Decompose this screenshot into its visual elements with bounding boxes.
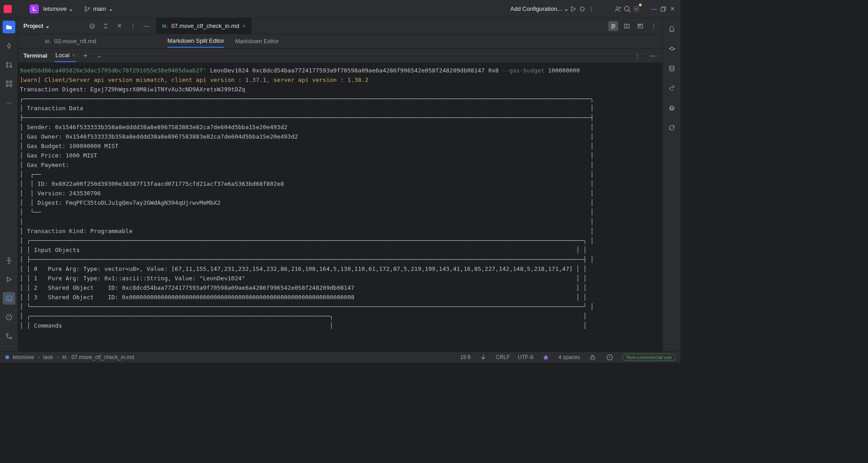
structure-tool-button[interactable] (3, 77, 15, 90)
svg-rect-12 (6, 81, 8, 83)
panel-options-icon[interactable]: ⋮ (128, 22, 137, 31)
line-separator[interactable]: CRLF (496, 354, 510, 360)
terminal-title: Terminal (23, 52, 47, 59)
copilot-icon[interactable] (541, 353, 550, 362)
svg-rect-15 (10, 85, 12, 86)
svg-point-0 (85, 6, 87, 8)
project-tool-button[interactable] (3, 21, 15, 33)
close-session-icon[interactable]: × (72, 52, 75, 58)
hide-panel-icon[interactable]: — (142, 22, 151, 31)
editor-tab-label: 07.move_ctf_check_in.md (171, 22, 239, 29)
search-icon[interactable] (623, 4, 632, 13)
more-tools-button[interactable]: ⋯ (3, 96, 15, 109)
commit-tool-button[interactable] (3, 40, 15, 52)
title-bar: L letsmove ⌄ main ⌄ Add Configuration...… (0, 0, 680, 18)
breadcrumb-folder[interactable]: task (43, 354, 53, 360)
collapse-all-icon[interactable]: ✕ (115, 22, 124, 31)
svg-rect-27 (591, 357, 594, 360)
project-tree-item[interactable]: M↓ 03.move_nft.md (18, 34, 157, 48)
indent-setting[interactable]: 4 spaces (558, 354, 580, 360)
svg-point-11 (10, 66, 12, 67)
close-tab-icon[interactable]: × (242, 22, 246, 30)
project-tree-file-label: 03.move_nft.md (54, 38, 96, 45)
problems-button[interactable] (3, 311, 15, 324)
preview-view-button[interactable] (635, 21, 645, 31)
svg-point-5 (625, 6, 629, 11)
run-button[interactable] (569, 4, 578, 13)
terminal-tool-button[interactable] (3, 292, 15, 305)
database-button[interactable] (666, 62, 678, 75)
svg-rect-7 (661, 8, 665, 11)
svg-point-1 (85, 9, 87, 11)
svg-rect-13 (10, 81, 12, 83)
collaborate-icon[interactable] (614, 4, 623, 13)
new-session-button[interactable]: + (83, 52, 87, 60)
svg-point-3 (580, 7, 584, 11)
chevron-down-icon: ⌄ (45, 22, 50, 29)
project-panel-header: Project ⌄ ✕ ⋮ — (18, 18, 156, 34)
project-selector[interactable]: letsmove ⌄ (43, 5, 73, 12)
split-view-button[interactable] (622, 21, 632, 31)
terminal-options-icon[interactable]: ⋮ (633, 51, 642, 60)
svg-point-8 (8, 45, 10, 47)
rust-button[interactable] (666, 102, 678, 114)
project-avatar: L (30, 4, 39, 13)
main-menu-icon[interactable] (16, 4, 25, 13)
breadcrumb-separator-icon: › (38, 354, 40, 360)
pull-requests-button[interactable] (3, 58, 15, 71)
line-ending-icon[interactable] (479, 353, 488, 362)
more-actions-icon[interactable]: ⋮ (587, 4, 596, 13)
svg-rect-26 (5, 355, 9, 359)
breadcrumb-file[interactable]: M↓ 07.move_ctf_check_in.md (62, 354, 134, 360)
project-panel-title[interactable]: Project ⌄ (23, 22, 50, 29)
markdown-file-icon: M↓ (45, 39, 52, 44)
caret-position[interactable]: 19:9 (460, 354, 470, 360)
terminal-panel-header: Terminal Local × + ⌄ ⋮ — (18, 49, 662, 63)
minimize-icon[interactable]: — (650, 4, 659, 13)
branch-selector[interactable]: main ⌄ (84, 5, 113, 12)
close-icon[interactable]: ✕ (668, 4, 677, 13)
status-bar: letsmove › task › M↓ 07.move_ctf_check_i… (0, 351, 680, 363)
run-config-selector[interactable]: Add Configuration... ⌄ (510, 5, 569, 12)
terminal-output[interactable]: 9ae856d86ca405826e3dac5705dbc78f291055e3… (18, 63, 662, 351)
hide-terminal-icon[interactable]: — (648, 51, 657, 60)
svg-rect-16 (6, 296, 12, 301)
editor-tab[interactable]: M↓ 07.move_ctf_check_in.md × (157, 18, 252, 34)
settings-icon[interactable] (632, 4, 641, 13)
notifications-button[interactable] (666, 22, 678, 35)
branch-icon (84, 6, 90, 12)
branch-label: main (93, 5, 106, 12)
expand-all-icon[interactable] (101, 22, 110, 31)
file-encoding[interactable]: UTF-8 (518, 354, 533, 360)
svg-point-4 (616, 7, 619, 9)
chevron-down-icon: ⌄ (68, 5, 73, 12)
svg-rect-14 (6, 85, 8, 86)
bookmarks-button[interactable] (3, 254, 15, 267)
editor-only-view-button[interactable] (608, 21, 618, 31)
ai-assistant-button[interactable] (666, 42, 678, 55)
vcs-button[interactable] (3, 330, 15, 342)
chevron-down-icon: ⌄ (564, 5, 569, 12)
debug-button[interactable] (578, 4, 587, 13)
gradle-button[interactable] (666, 82, 678, 94)
terminal-session-tab[interactable]: Local × (54, 49, 76, 62)
editor-more-icon[interactable]: ⋮ (649, 22, 658, 31)
markdown-file-icon: M↓ (62, 355, 69, 360)
markdown-split-editor-tab[interactable]: Markdown Split Editor (167, 35, 224, 48)
license-badge[interactable]: Non-commercial use (622, 354, 676, 361)
svg-point-19 (10, 337, 12, 339)
readonly-icon[interactable] (588, 353, 597, 362)
markdown-editor-tab[interactable]: Markdown Editor (235, 35, 279, 47)
chevron-down-icon: ⌄ (108, 5, 113, 12)
svg-point-24 (670, 66, 674, 67)
select-opened-file-icon[interactable] (88, 22, 97, 31)
session-dropdown-icon[interactable]: ⌄ (95, 51, 104, 60)
breadcrumb-root[interactable]: letsmove (4, 354, 34, 360)
restore-icon[interactable] (659, 4, 668, 13)
module-icon (4, 355, 10, 360)
sync-button[interactable] (666, 121, 678, 134)
services-button[interactable] (3, 273, 15, 286)
inspections-icon[interactable] (605, 353, 614, 362)
left-tool-rail: ⋯ (0, 18, 18, 351)
svg-rect-23 (639, 25, 641, 26)
